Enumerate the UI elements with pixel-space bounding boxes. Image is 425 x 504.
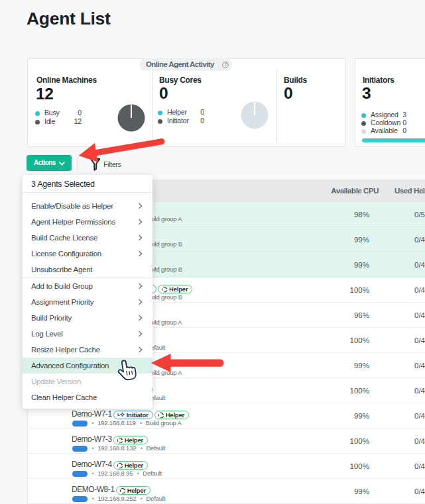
svg-text:?: ? (224, 62, 227, 67)
